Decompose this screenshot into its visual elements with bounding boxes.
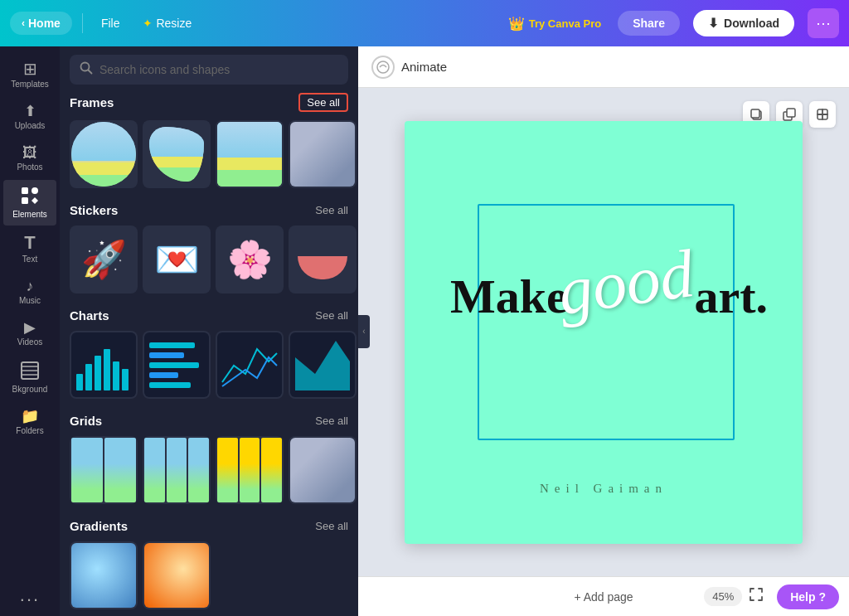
chart-thumb-bar[interactable]: [70, 331, 138, 399]
gradients-title: Gradients: [70, 519, 128, 533]
sidebar-item-photos[interactable]: 🖼 Photos: [3, 138, 56, 178]
sidebar-item-templates[interactable]: ⊞ Templates: [3, 54, 56, 95]
search-input[interactable]: [99, 63, 338, 76]
svg-rect-10: [76, 374, 83, 390]
sidebar-item-more[interactable]: ···: [3, 584, 56, 615]
grids-see-all-label: See all: [315, 415, 348, 427]
svg-line-9: [89, 70, 92, 74]
gradients-see-all-button[interactable]: See all: [315, 520, 348, 532]
share-label: Share: [633, 17, 665, 30]
canvas-card[interactable]: Make good art. Neil Gaiman: [405, 121, 803, 544]
templates-icon: ⊞: [23, 61, 37, 77]
sidebar-item-elements[interactable]: Elements: [3, 180, 56, 226]
charts-title: Charts: [70, 308, 109, 323]
background-icon: [21, 361, 39, 382]
top-nav: ‹ Home File ✦ Resize 👑 Try Canva Pro Sha…: [0, 0, 849, 46]
chart-thumb-hbar[interactable]: [143, 331, 211, 399]
charts-see-all-button[interactable]: See all: [315, 309, 348, 322]
nav-file-label: File: [101, 17, 120, 30]
folders-label: Folders: [16, 426, 43, 435]
gradient-thumb-2[interactable]: [143, 541, 211, 609]
frames-section: Frames See all: [70, 93, 348, 188]
grid-thumb-yellow[interactable]: [216, 436, 284, 504]
zoom-expand-button[interactable]: [749, 587, 764, 606]
sticker-thumb-flower[interactable]: 🌸: [216, 226, 284, 293]
stickers-see-all-button[interactable]: See all: [315, 204, 348, 216]
svg-point-22: [377, 61, 389, 73]
frames-see-all-button[interactable]: See all: [298, 93, 348, 112]
frame-thumb-badge[interactable]: [143, 120, 211, 188]
svg-marker-3: [32, 197, 38, 204]
canvas-area: Animate: [358, 46, 849, 616]
zoom-value[interactable]: 45%: [704, 587, 742, 606]
svg-rect-0: [22, 187, 28, 194]
frame-thumb-rect[interactable]: [216, 120, 284, 188]
frames-title: Frames: [70, 95, 114, 109]
zoom-controls: 45% Help ?: [704, 584, 839, 609]
frame-thumb-dark[interactable]: [289, 120, 357, 188]
panel-wrapper: Frames See all: [60, 46, 358, 616]
sidebar-item-background[interactable]: Bkground: [3, 355, 56, 400]
canvas-tool-add-button[interactable]: [809, 101, 836, 128]
stickers-items-row: 🚀 💌 🌸 ›: [70, 226, 348, 293]
share-button[interactable]: Share: [618, 11, 680, 36]
flower-sticker: 🌸: [227, 238, 273, 281]
svg-rect-17: [149, 352, 184, 358]
svg-rect-13: [104, 349, 110, 390]
chart-thumb-line[interactable]: [216, 331, 284, 399]
chart-thumb-area[interactable]: [289, 331, 357, 399]
nav-file-button[interactable]: File: [93, 12, 129, 35]
stickers-section: Stickers See all 🚀 💌 🌸: [70, 203, 348, 293]
more-icon: ⋯: [816, 15, 831, 32]
svg-rect-15: [122, 369, 129, 390]
charts-see-all-label: See all: [315, 309, 348, 322]
search-box[interactable]: [70, 55, 348, 85]
grids-see-all-button[interactable]: See all: [315, 415, 348, 427]
elements-panel: Frames See all: [60, 46, 358, 616]
download-button[interactable]: ⬇ Download: [693, 10, 794, 36]
more-options-button[interactable]: ⋯: [808, 8, 839, 38]
sidebar-item-text[interactable]: T Text: [3, 227, 56, 270]
sticker-thumb-wave[interactable]: [289, 226, 357, 293]
canvas-text-art: art.: [694, 269, 768, 324]
elements-icon: [21, 187, 39, 207]
grids-section-header: Grids See all: [70, 414, 348, 428]
svg-rect-1: [32, 187, 38, 194]
svg-rect-11: [85, 364, 92, 390]
gradients-items-row: [70, 541, 348, 609]
download-label: Download: [724, 17, 779, 30]
sticker-thumb-rocket[interactable]: 🚀: [70, 226, 138, 293]
sidebar-item-folders[interactable]: 📁 Folders: [3, 402, 56, 442]
rocket-sticker: 🚀: [81, 238, 127, 281]
sidebar-item-music[interactable]: ♪ Music: [3, 272, 56, 312]
help-button[interactable]: Help ?: [777, 584, 839, 609]
animate-label: Animate: [401, 60, 447, 74]
svg-marker-21: [295, 341, 350, 390]
try-pro-label: Try Canva Pro: [529, 17, 601, 30]
grid-thumb-3col[interactable]: [143, 436, 211, 504]
svg-rect-19: [149, 372, 178, 378]
sidebar-item-uploads[interactable]: ⬆ Uploads: [3, 97, 56, 137]
uploads-label: Uploads: [15, 121, 46, 130]
nav-resize-label: Resize: [156, 17, 192, 30]
sticker-thumb-envelope[interactable]: 💌: [143, 226, 211, 293]
grids-section: Grids See all: [70, 414, 348, 504]
nav-resize-button[interactable]: ✦ Resize: [134, 12, 200, 35]
try-pro-link[interactable]: 👑 Try Canva Pro: [508, 16, 601, 32]
grid-thumb-2col[interactable]: [70, 436, 138, 504]
animate-bar: Animate: [358, 46, 849, 88]
frame-thumb-circle[interactable]: [70, 120, 138, 188]
panel-collapse-arrow[interactable]: ‹: [358, 315, 370, 348]
text-icon: T: [24, 234, 35, 252]
search-icon: [80, 61, 93, 78]
photos-icon: 🖼: [22, 145, 37, 160]
sidebar-item-videos[interactable]: ▶ Videos: [3, 313, 56, 353]
add-page-button[interactable]: + Add page: [574, 590, 633, 604]
grid-thumb-dark[interactable]: [289, 436, 357, 504]
folders-icon: 📁: [21, 409, 39, 424]
gradient-thumb-1[interactable]: [70, 541, 138, 609]
nav-home-button[interactable]: ‹ Home: [10, 12, 72, 35]
frames-see-all-label: See all: [307, 96, 340, 109]
music-icon: ♪: [27, 279, 34, 293]
more-dots-icon: ···: [20, 590, 40, 609]
